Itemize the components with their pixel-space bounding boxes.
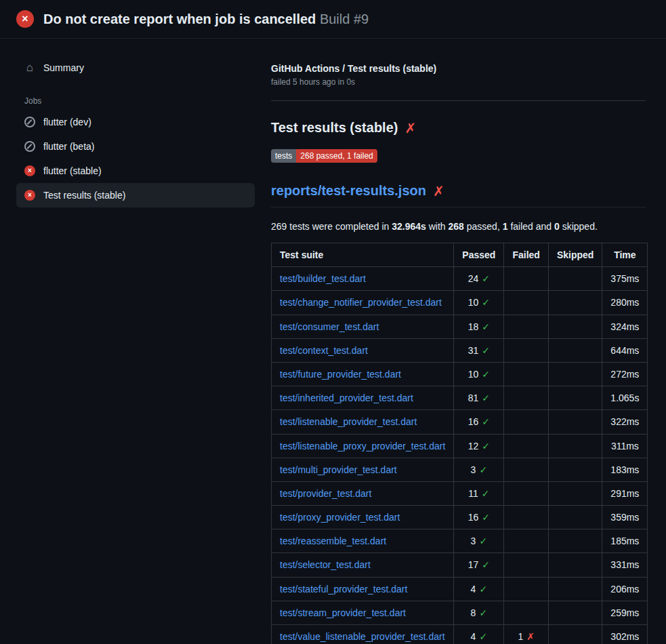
breadcrumb: GitHub Actions / Test results (stable) xyxy=(271,63,646,74)
check-icon: ✓ xyxy=(482,488,490,499)
build-title-text: Do not create report when job is cancell… xyxy=(43,12,316,26)
cancelled-icon xyxy=(24,141,35,152)
passed-count: 12 xyxy=(468,441,479,451)
test-suite-link[interactable]: test/builder_test.dart xyxy=(280,273,366,284)
section-title-text: Test results (stable) xyxy=(271,120,398,136)
x-glyph: × xyxy=(28,192,32,199)
passed-count: 31 xyxy=(468,345,479,356)
x-glyph: × xyxy=(28,167,32,174)
summary-text: 269 tests were completed in xyxy=(271,221,392,232)
x-glyph: × xyxy=(22,14,28,24)
time-value: 375ms xyxy=(602,267,648,291)
check-icon: ✓ xyxy=(479,607,487,618)
time-value: 1.065s xyxy=(602,386,648,410)
col-header-failed: Failed xyxy=(504,243,548,267)
test-suite-link[interactable]: test/change_notifier_provider_test.dart xyxy=(280,297,442,308)
sidebar-item-flutter-beta[interactable]: flutter (beta) xyxy=(16,134,255,159)
summary-text: skipped. xyxy=(560,221,598,232)
table-header-row: Test suite Passed Failed Skipped Time xyxy=(272,243,648,267)
sidebar-item-label: Test results (stable) xyxy=(43,190,125,201)
sidebar-item-label: flutter (dev) xyxy=(43,117,91,127)
test-suite-link[interactable]: test/stateful_provider_test.dart xyxy=(280,584,407,595)
time-value: 324ms xyxy=(602,315,648,338)
passed-count: 17 xyxy=(468,559,479,570)
col-header-time: Time xyxy=(602,243,648,267)
sidebar-item-flutter-dev[interactable]: flutter (dev) xyxy=(16,110,255,134)
failed-icon: × xyxy=(24,165,35,176)
fail-x-icon: ✗ xyxy=(526,631,535,642)
check-icon: ✓ xyxy=(479,631,487,642)
table-row: test/listenable_provider_test.dart16✓322… xyxy=(272,410,648,434)
time-value: 259ms xyxy=(602,601,648,624)
status-badge: tests268 passed, 1 failed xyxy=(271,149,377,163)
fail-x-icon: ✗ xyxy=(433,184,444,198)
results-table-body: test/builder_test.dart24✓375mstest/chang… xyxy=(272,267,648,644)
sidebar-item-label: flutter (beta) xyxy=(43,141,94,152)
failed-count: 1 xyxy=(518,631,523,642)
passed-count: 24 xyxy=(468,273,479,284)
test-suite-link[interactable]: test/listenable_proxy_provider_test.dart xyxy=(280,441,445,451)
test-suite-link[interactable]: test/value_listenable_provider_test.dart xyxy=(280,631,445,642)
passed-count: 10 xyxy=(468,369,479,380)
table-row: test/multi_provider_test.dart3✓183ms xyxy=(272,458,648,481)
table-row: test/provider_test.dart11✓291ms xyxy=(272,481,648,505)
build-header: × Do not create report when job is cance… xyxy=(0,0,666,39)
passed-count: 10 xyxy=(468,297,479,308)
test-suite-link[interactable]: test/future_provider_test.dart xyxy=(280,369,401,380)
main-content: GitHub Actions / Test results (stable) f… xyxy=(271,39,666,644)
test-suite-link[interactable]: test/provider_test.dart xyxy=(280,488,371,499)
test-suite-link[interactable]: test/consumer_test.dart xyxy=(280,321,379,332)
passed-count: 16 xyxy=(468,512,479,523)
time-value: 183ms xyxy=(602,458,648,481)
run-status-line: failed 5 hours ago in 0s xyxy=(271,77,646,87)
test-suite-link[interactable]: test/context_test.dart xyxy=(280,345,368,356)
passed-count: 8 xyxy=(471,607,476,618)
table-row: test/stream_provider_test.dart8✓259ms xyxy=(272,601,648,624)
home-icon: ⌂ xyxy=(24,62,35,73)
time-value: 644ms xyxy=(602,338,648,362)
time-value: 322ms xyxy=(602,410,648,434)
jobs-section-label: Jobs xyxy=(24,96,255,106)
table-row: test/reassemble_test.dart3✓185ms xyxy=(272,529,648,553)
fail-x-icon: ✗ xyxy=(404,121,416,135)
badge-value: 268 passed, 1 failed xyxy=(296,149,377,163)
check-icon: ✓ xyxy=(479,584,487,595)
passed-count: 16 xyxy=(468,416,479,427)
section-title: Test results (stable)✗ xyxy=(271,120,646,136)
table-row: test/context_test.dart31✓644ms xyxy=(272,338,648,362)
table-row: test/future_provider_test.dart10✓272ms xyxy=(272,362,648,386)
test-suite-link[interactable]: test/multi_provider_test.dart xyxy=(280,464,397,475)
check-icon: ✓ xyxy=(482,416,490,427)
sidebar-item-flutter-stable[interactable]: × flutter (stable) xyxy=(16,159,255,183)
test-suite-link[interactable]: test/proxy_provider_test.dart xyxy=(280,512,400,523)
col-header-skipped: Skipped xyxy=(548,243,602,267)
test-suite-link[interactable]: test/listenable_provider_test.dart xyxy=(280,416,417,427)
test-suite-link[interactable]: test/selector_test.dart xyxy=(280,559,371,570)
time-value: 291ms xyxy=(602,481,648,505)
check-icon: ✓ xyxy=(482,369,490,380)
sidebar-item-summary[interactable]: ⌂ Summary xyxy=(16,56,255,79)
table-row: test/proxy_provider_test.dart16✓359ms xyxy=(272,506,648,529)
test-suite-link[interactable]: test/reassemble_test.dart xyxy=(280,536,386,546)
check-icon: ✓ xyxy=(479,536,487,546)
test-suite-link[interactable]: test/inherited_provider_test.dart xyxy=(280,393,413,403)
check-icon: ✓ xyxy=(482,512,490,523)
summary-skipped: 0 xyxy=(554,221,560,232)
table-row: test/consumer_test.dart18✓324ms xyxy=(272,315,648,338)
failed-icon: × xyxy=(24,190,35,201)
sidebar-item-test-results-stable[interactable]: × Test results (stable) xyxy=(16,183,255,207)
passed-count: 18 xyxy=(468,321,479,332)
check-icon: ✓ xyxy=(482,273,490,284)
summary-text: passed, xyxy=(464,221,503,232)
report-link[interactable]: reports/test-results.json xyxy=(271,183,426,199)
cancelled-icon xyxy=(24,117,35,127)
time-value: 359ms xyxy=(602,506,648,529)
page-title: Do not create report when job is cancell… xyxy=(43,12,369,27)
summary-text: failed and xyxy=(508,221,555,232)
table-row: test/selector_test.dart17✓331ms xyxy=(272,553,648,577)
passed-count: 3 xyxy=(471,464,476,475)
sidebar-item-label: Summary xyxy=(43,62,84,73)
test-suite-link[interactable]: test/stream_provider_test.dart xyxy=(280,607,406,618)
col-header-test-suite: Test suite xyxy=(272,243,454,267)
table-row: test/listenable_proxy_provider_test.dart… xyxy=(272,434,648,458)
